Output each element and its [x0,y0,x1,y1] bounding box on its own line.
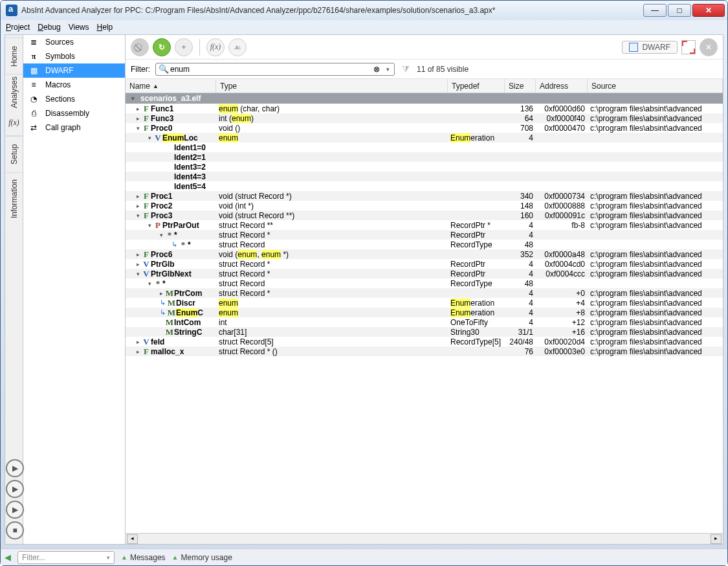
expand-icon[interactable]: ▸ [158,290,165,297]
play-button-2[interactable]: ▶ [6,480,24,498]
sidebar-item-disassembly[interactable]: ⎙Disassembly [23,106,125,120]
expand-icon[interactable]: ▸ [135,339,142,345]
table-row[interactable]: Ident3=2 [126,162,723,172]
back-button[interactable]: ◀ [5,552,11,562]
status-filter-input[interactable]: Filter...▾ [17,551,115,564]
expand-icon[interactable]: ▸ [135,251,142,258]
table-row[interactable]: ▾PPtrParOutstruct Record **RecordPtr *4f… [126,220,723,230]
rail-home[interactable]: Home [6,38,23,74]
expand-icon[interactable]: ▸ [135,193,142,199]
menu-views[interactable]: Views [69,23,89,32]
rail-information[interactable]: Information [6,172,23,224]
collapse-icon[interactable]: ▾ [135,125,142,131]
table-row[interactable]: ▾**struct Record *RecordPtr4 [126,230,723,240]
table-row[interactable]: ↳**struct RecordRecordType48 [126,240,723,249]
sidebar-item-symbols[interactable]: πSymbols [23,49,125,63]
table-row[interactable]: MIntComintOneToFifty4+12c:\program files… [126,317,723,327]
header-type[interactable]: Type [216,79,448,93]
table-row[interactable]: ▾FProc0void ()7080xf0000470c:\program fi… [126,123,723,133]
titlebar[interactable]: AbsInt Advanced Analyzer for PPC: C:/Pro… [1,1,727,20]
filter-dropdown-icon[interactable]: ▾ [384,66,392,73]
close-button[interactable]: ✕ [692,4,725,17]
header-size[interactable]: Size [505,79,536,93]
step-button[interactable]: ▶ [6,501,24,519]
status-memory[interactable]: ▲Memory usage [172,553,232,562]
cell-address: +4 [536,299,588,308]
table-row[interactable]: ↳MEnumCenumEnumeration4+8c:\program file… [126,308,723,317]
table-row[interactable]: Ident2=1 [126,152,723,162]
status-messages[interactable]: ▲Messages [121,553,166,562]
menu-debug[interactable]: Debug [38,23,60,32]
sidebar-item-sources[interactable]: ≣Sources [23,35,125,49]
table-row[interactable]: ▸FProc2void (int *)1480xf0000888c:\progr… [126,201,723,210]
table-row[interactable]: ▸FFunc1enum (char, char)1360xf0000d60c:\… [126,104,723,113]
az-button[interactable]: .a↓ [228,38,247,56]
sidebar-item-dwarf[interactable]: ▦DWARF [23,63,125,78]
collapse-icon[interactable]: ▾ [135,212,142,219]
close-panel-button[interactable]: ✕ [700,38,718,56]
table-row[interactable]: Ident5=4 [126,181,723,191]
horizontal-scrollbar[interactable]: ◂ ▸ [126,533,723,544]
play-button-1[interactable]: ▶ [6,459,24,477]
kind-M-icon: M [167,298,176,308]
expand-icon[interactable]: ▸ [135,106,142,112]
collapse-icon[interactable]: ▾ [135,271,142,277]
cell-name: ↳MDiscr [126,298,216,308]
table-row[interactable]: ▸FProc1void (struct Record *)3400xf00007… [126,191,723,201]
rail-fx[interactable]: f(x) [6,110,23,136]
filter-box[interactable]: 🔍 ⊗ ▾ [155,63,395,76]
table-row[interactable]: ▸FProc6void (enum, enum *)3520xf0000a48c… [126,249,723,259]
stop-button[interactable]: ⃠ [131,38,149,56]
table-row[interactable]: ▸MPtrComstruct Record *4+0c:\program fil… [126,288,723,298]
table-row[interactable]: ▸Fmalloc_xstruct Record * ()760xf00003e0… [126,346,723,356]
table-row[interactable]: ▸Vfeldstruct Record[5]RecordType[5]240/4… [126,337,723,346]
scroll-left-button[interactable]: ◂ [127,534,138,544]
sidebar-item-sections[interactable]: ◔Sections [23,92,125,106]
stop-record-button[interactable]: ■ [6,521,24,539]
header-typedef[interactable]: Typedef [448,79,505,93]
table-row[interactable]: ↳MDiscrenumEnumeration4+4c:\program file… [126,298,723,308]
minimize-button[interactable]: — [643,4,667,17]
add-button[interactable]: ＋ [175,38,193,56]
expand-icon[interactable]: ▸ [135,348,142,355]
header-source[interactable]: Source [588,79,723,93]
header-address[interactable]: Address [536,79,588,93]
collapse-icon[interactable]: ▾ [146,135,153,141]
tree-view[interactable]: ▾scenarios_a3.elf▸FFunc1enum (char, char… [126,93,723,533]
refresh-button[interactable]: ↻ [153,38,171,56]
clear-filter-icon[interactable]: ⊗ [373,65,384,74]
table-row[interactable]: Ident1=0 [126,142,723,152]
kind-F-icon: F [142,113,151,124]
table-row[interactable]: ▾FProc3void (struct Record **)1600xf0000… [126,210,723,220]
expand-icon[interactable]: ▸ [135,203,142,209]
fullscreen-button[interactable] [681,40,696,54]
expand-icon[interactable]: ▸ [135,115,142,122]
expand-icon[interactable]: ▸ [135,261,142,267]
collapse-icon[interactable]: ▾ [158,232,165,238]
dwarf-icon: ▦ [27,65,40,76]
rail-analyses[interactable]: Analyses [6,74,23,110]
maximize-button[interactable]: □ [668,4,691,17]
collapse-icon[interactable]: ▾ [129,95,137,102]
menu-project[interactable]: Project [6,23,30,32]
filter-input[interactable] [169,64,373,74]
sidebar-item-callgraph[interactable]: ⇄Call graph [23,120,125,135]
table-row[interactable]: ▸VPtrGlbstruct Record *RecordPtr40xf0004… [126,259,723,269]
table-row[interactable]: ▸FFunc3int (enum)640xf0000f40c:\program … [126,113,723,123]
table-row[interactable]: ▾**struct RecordRecordType48 [126,278,723,288]
table-row[interactable]: Ident4=3 [126,172,723,181]
dwarf-toggle[interactable]: DWARF [622,41,678,54]
table-row[interactable]: ▾VPtrGlbNextstruct Record *RecordPtr40xf… [126,269,723,278]
header-name[interactable]: Name▲ [126,79,216,93]
rail-setup[interactable]: Setup [6,136,23,172]
fx-button[interactable]: f(x) [206,38,225,56]
funnel-icon[interactable]: ⧩ [400,63,412,74]
sidebar-item-macros[interactable]: ≡Macros [23,78,125,92]
collapse-icon[interactable]: ▾ [146,280,153,287]
menu-help[interactable]: Help [97,23,113,32]
group-header[interactable]: ▾scenarios_a3.elf [126,93,723,104]
collapse-icon[interactable]: ▾ [146,222,153,229]
table-row[interactable]: MStringCchar[31]String3031/1+16c:\progra… [126,327,723,337]
table-row[interactable]: ▾VEnumLocenumEnumeration4 [126,133,723,142]
scroll-right-button[interactable]: ▸ [711,534,722,544]
